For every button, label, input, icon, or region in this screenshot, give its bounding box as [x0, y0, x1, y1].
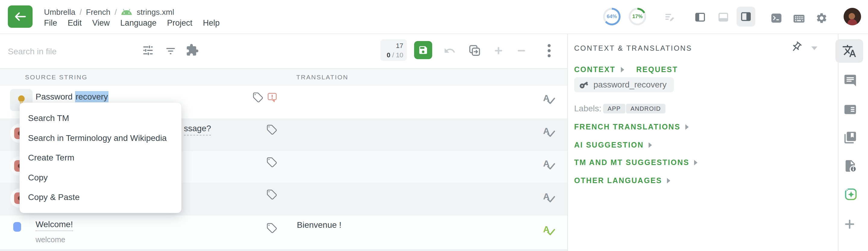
- draft-notes-icon[interactable]: [664, 11, 675, 23]
- section-label: TM AND MT SUGGESTIONS: [574, 158, 689, 167]
- menu-project[interactable]: Project: [167, 19, 192, 28]
- breadcrumb-language[interactable]: French: [86, 7, 110, 17]
- selected-word: recovery: [75, 91, 108, 102]
- translation-text[interactable]: Bienvenue !: [297, 220, 341, 230]
- menu-file[interactable]: File: [44, 19, 57, 28]
- undo-icon[interactable]: [444, 45, 456, 57]
- panel-dropdown-icon[interactable]: [811, 47, 817, 50]
- increase-icon[interactable]: [493, 45, 504, 56]
- section-french-translations[interactable]: FRENCH TRANSLATIONS: [574, 122, 689, 131]
- approval-progress-value: 17%: [632, 13, 643, 20]
- tag-icon[interactable]: [267, 124, 277, 135]
- approve-icon[interactable]: A: [542, 125, 556, 138]
- sidebar-tab-comments[interactable]: [843, 74, 857, 89]
- menu-view[interactable]: View: [92, 19, 110, 28]
- tag-icon[interactable]: [253, 92, 264, 103]
- android-icon: [121, 8, 132, 16]
- tag-icon[interactable]: [267, 189, 277, 200]
- sidebar-tab-ai-assistant[interactable]: [843, 187, 858, 203]
- panel-divider: [567, 34, 568, 251]
- pin-icon[interactable]: [790, 41, 802, 53]
- sidebar-tab-context-card[interactable]: [843, 103, 857, 118]
- string-key: welcome: [36, 235, 65, 244]
- tag-icon[interactable]: [267, 223, 277, 233]
- user-avatar[interactable]: [844, 8, 861, 25]
- save-button[interactable]: [414, 41, 432, 59]
- section-label: AI SUGGESTION: [574, 141, 644, 149]
- filter-settings-icon[interactable]: [142, 44, 154, 57]
- source-string[interactable]: Password recovery: [36, 92, 108, 102]
- label-chip-android: ANDROID: [626, 104, 665, 113]
- translation-progress-value: 64%: [607, 13, 617, 20]
- section-other-languages[interactable]: OTHER LANGUAGES: [574, 176, 670, 185]
- labels-caption: Labels:: [574, 104, 601, 113]
- section-ai-suggestion[interactable]: AI SUGGESTION: [574, 141, 652, 149]
- source-string[interactable]: Welcome!: [36, 220, 73, 231]
- approval-progress-ring[interactable]: 17%: [629, 8, 646, 25]
- sidebar-tab-glossary[interactable]: [843, 131, 857, 146]
- translate-icon: [842, 44, 857, 58]
- sidebar-tab-translations[interactable]: [835, 39, 863, 63]
- menu-item-create-term[interactable]: Create Term: [20, 149, 181, 166]
- more-options-icon[interactable]: [542, 43, 556, 58]
- source-string[interactable]: ssage?: [184, 124, 211, 136]
- chevron-right-icon: [667, 178, 670, 184]
- approve-icon[interactable]: A: [542, 190, 556, 203]
- layout-bottom-panel-icon[interactable]: [718, 11, 729, 23]
- layout-left-panel-icon[interactable]: [694, 11, 706, 23]
- label-chip-app: APP: [603, 104, 625, 113]
- sidebar-tab-file-info[interactable]: [843, 159, 857, 174]
- translated-status-icon: [13, 222, 21, 232]
- plugins-puzzle-icon[interactable]: [186, 44, 199, 57]
- approve-icon[interactable]: A: [542, 158, 556, 170]
- source-text: Password: [36, 92, 75, 101]
- menu-language[interactable]: Language: [120, 19, 156, 28]
- sidebar-add-panel-icon[interactable]: [843, 218, 856, 232]
- string-counter: 17 0 / 10: [380, 39, 407, 61]
- panel-title: CONTEXT & TRANSLATIONS: [574, 44, 692, 53]
- decrease-icon[interactable]: [516, 45, 527, 56]
- layout-right-panel-icon: [740, 11, 752, 22]
- filtered-count: 17: [396, 42, 403, 50]
- next-row-edge: [0, 249, 567, 251]
- menu-edit[interactable]: Edit: [68, 19, 82, 28]
- translation-progress-ring[interactable]: 64%: [603, 8, 621, 25]
- breadcrumb-project[interactable]: Umbrella: [44, 7, 75, 17]
- menu-item-copy-paste[interactable]: Copy & Paste: [20, 189, 181, 206]
- total-count: 10: [396, 51, 403, 59]
- settings-gear-icon[interactable]: [815, 12, 828, 24]
- table-row[interactable]: Welcome! welcome Bienvenue ! A: [0, 215, 567, 251]
- breadcrumb-file[interactable]: strings.xml: [136, 7, 174, 17]
- section-label: OTHER LANGUAGES: [574, 176, 662, 185]
- menu-item-search-tm[interactable]: Search TM: [20, 110, 181, 127]
- search-input[interactable]: [8, 43, 134, 61]
- filter-strings-icon[interactable]: [165, 46, 176, 57]
- comment-issue-icon[interactable]: [267, 91, 278, 103]
- breadcrumb-separator: /: [115, 7, 117, 17]
- keyboard-shortcuts-icon[interactable]: [793, 13, 805, 24]
- table-header: SOURCE STRING TRANSLATION: [0, 69, 567, 85]
- breadcrumb-separator: /: [80, 7, 82, 17]
- context-link[interactable]: CONTEXT: [574, 65, 615, 74]
- done-count: 0: [387, 51, 390, 59]
- back-button[interactable]: [8, 5, 33, 28]
- string-key-value: password_recovery: [593, 80, 667, 90]
- menu-item-search-terminology[interactable]: Search in Terminology and Wikipedia: [20, 130, 181, 147]
- request-link[interactable]: REQUEST: [636, 65, 678, 74]
- source-column-header: SOURCE STRING: [25, 74, 88, 81]
- copy-source-icon[interactable]: [468, 44, 481, 57]
- layout-right-panel-button[interactable]: [737, 7, 755, 27]
- chevron-right-icon: [649, 142, 652, 148]
- context-links: CONTEXT REQUEST: [574, 65, 678, 74]
- console-icon[interactable]: [770, 12, 782, 24]
- menu-help[interactable]: Help: [203, 19, 220, 28]
- approve-icon[interactable]: A: [542, 92, 556, 105]
- editor-window: Umbrella / French / strings.xml File Edi…: [0, 0, 868, 251]
- string-key-chip[interactable]: password_recovery: [574, 77, 674, 92]
- menu-item-copy[interactable]: Copy: [20, 169, 181, 186]
- floppy-save-icon: [418, 45, 428, 55]
- tag-icon[interactable]: [267, 157, 277, 168]
- section-tm-mt-suggestions[interactable]: TM AND MT SUGGESTIONS: [574, 158, 698, 167]
- approved-icon[interactable]: A: [542, 223, 556, 236]
- chevron-right-icon[interactable]: [621, 67, 624, 73]
